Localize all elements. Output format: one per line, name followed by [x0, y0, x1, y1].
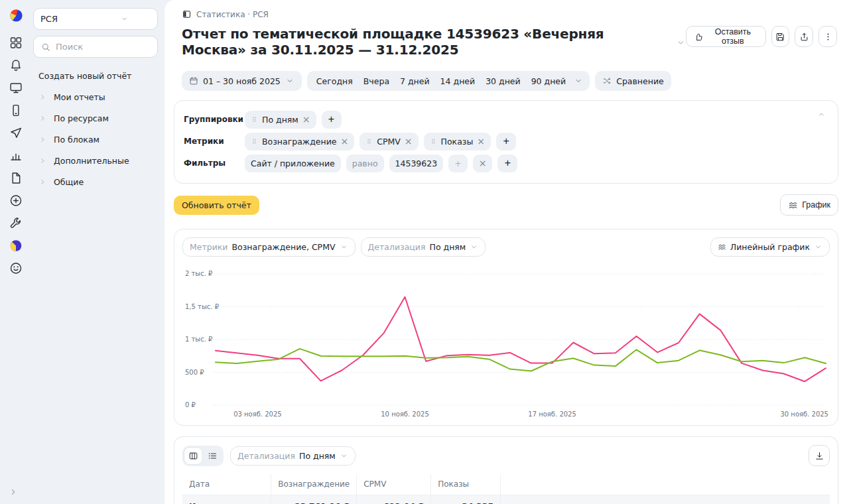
- add-filter-button[interactable]: +: [497, 155, 517, 172]
- sidebar-item[interactable]: Дополнительные: [33, 150, 158, 171]
- sidebar-collapse-button[interactable]: [8, 487, 19, 497]
- chevron-down-icon: [470, 243, 478, 251]
- sidebar: РСЯ Создать новый отчёт Мои отчетыПо рес…: [32, 0, 164, 504]
- chart-detail-select[interactable]: Детализация По дням: [361, 237, 486, 257]
- date-preset-button[interactable]: 7 дней: [395, 71, 435, 91]
- search-field[interactable]: [33, 36, 158, 58]
- desktop-icon[interactable]: [9, 81, 23, 95]
- x-axis-tick-label: 17 нояб. 2025: [528, 410, 576, 418]
- table-header-row: ДатаВознаграждениеCPMVПоказы: [182, 474, 830, 495]
- table-cell-empty: [501, 495, 830, 504]
- drag-handle-icon: [365, 137, 373, 145]
- date-preset-button[interactable]: 14 дней: [435, 71, 481, 91]
- remove-filter-button[interactable]: ×: [473, 155, 493, 172]
- filter-field-chip[interactable]: Сайт / приложение: [245, 155, 341, 172]
- table-column-header: Вознаграждение: [271, 474, 357, 495]
- apps-icon[interactable]: [9, 36, 23, 50]
- app-root: РСЯ Создать новый отчёт Мои отчетыПо рес…: [0, 0, 849, 504]
- chevron-down-icon: [285, 76, 294, 86]
- breadcrumb: Статистика · РСЯ: [182, 9, 838, 19]
- close-icon: ×: [479, 158, 487, 168]
- title-chevron-icon[interactable]: [676, 38, 686, 48]
- drag-handle-icon: [430, 137, 437, 145]
- sidebar-item-label: Мои отчеты: [54, 92, 105, 102]
- close-icon[interactable]: ×: [302, 115, 310, 124]
- add-grouping-button[interactable]: +: [322, 111, 342, 129]
- panel-collapse-button[interactable]: [817, 110, 827, 120]
- filter-value-chip[interactable]: 14539623: [389, 155, 444, 172]
- sidebar-toggle-icon[interactable]: [182, 9, 192, 19]
- close-icon[interactable]: ×: [340, 137, 348, 146]
- save-report-button[interactable]: [771, 26, 790, 47]
- chart-toggle-button[interactable]: График: [780, 194, 838, 216]
- chevron-right-icon: [38, 135, 47, 144]
- chart-metrics-select[interactable]: Метрики Вознаграждение, CPMV: [182, 237, 356, 257]
- date-preset-button[interactable]: 30 дней: [480, 71, 526, 91]
- table-total-row: Итого23 761,10 ₽692,04 ₽34 335: [182, 495, 830, 504]
- x-axis-tick-label: 03 нояб. 2025: [233, 410, 282, 418]
- list-view-button[interactable]: [204, 448, 222, 464]
- download-button[interactable]: [809, 445, 830, 466]
- chevron-right-icon: [38, 114, 47, 123]
- send-icon[interactable]: [9, 126, 23, 140]
- mobile-icon[interactable]: [9, 103, 23, 117]
- more-menu-button[interactable]: [818, 26, 837, 47]
- more-icon: [823, 32, 833, 42]
- search-input[interactable]: [56, 42, 151, 52]
- chevron-down-icon[interactable]: [574, 76, 583, 86]
- feedback-button[interactable]: Оставить отзыв: [686, 26, 766, 47]
- share-icon: [799, 32, 809, 42]
- date-preset-button[interactable]: 90 дней: [526, 71, 572, 91]
- sidebar-item[interactable]: По блокам: [33, 129, 158, 150]
- chip-label: Показы: [441, 137, 474, 147]
- table-view-button[interactable]: [184, 448, 202, 464]
- refresh-report-button[interactable]: Обновить отчёт: [174, 196, 259, 215]
- bar-chart-icon[interactable]: [9, 149, 23, 162]
- dimension-chip[interactable]: По дням×: [245, 111, 316, 129]
- sidebar-nav: Мои отчетыПо ресурсамПо блокамДополнител…: [33, 86, 158, 192]
- product-select[interactable]: РСЯ: [33, 8, 158, 30]
- document-icon[interactable]: [9, 171, 23, 185]
- compare-icon: [602, 76, 612, 86]
- table-column-header: Показы: [431, 474, 501, 495]
- sidebar-item[interactable]: По ресурсам: [33, 107, 158, 129]
- add-circle-icon[interactable]: [9, 194, 23, 208]
- table-detail-select[interactable]: Детализация По дням: [230, 446, 356, 466]
- dimension-chip[interactable]: Показы×: [424, 133, 491, 151]
- query-panel: Группировки По дням×+ Метрики Вознагражд…: [174, 100, 838, 184]
- chevron-right-icon: [38, 178, 47, 186]
- smiley-icon[interactable]: [9, 261, 23, 275]
- close-icon[interactable]: ×: [405, 137, 413, 146]
- thumbs-up-icon: [694, 32, 704, 42]
- chart-type-select[interactable]: Линейный график: [710, 237, 830, 257]
- date-range-select[interactable]: 01 – 30 нояб 2025: [182, 71, 302, 91]
- main-content: Статистика · РСЯ Отчет по тематической п…: [164, 0, 849, 504]
- create-report-link[interactable]: Создать новый отчёт: [38, 71, 158, 81]
- bell-icon[interactable]: [9, 58, 23, 72]
- sidebar-item[interactable]: Общие: [33, 171, 158, 192]
- wrench-icon[interactable]: [9, 216, 23, 230]
- dimension-chip[interactable]: CPMV×: [359, 133, 418, 151]
- drag-handle-icon: [251, 115, 258, 123]
- share-button[interactable]: [795, 26, 813, 47]
- filter-operator-chip[interactable]: равно: [346, 155, 384, 172]
- product-select-value: РСЯ: [40, 14, 94, 24]
- yandex-logo[interactable]: [9, 8, 24, 23]
- metrica-logo[interactable]: [9, 239, 23, 253]
- close-icon[interactable]: ×: [477, 137, 485, 146]
- x-axis-tick-label: 30 нояб. 2025: [780, 410, 828, 418]
- sidebar-item-label: По ресурсам: [54, 113, 109, 123]
- y-axis-tick-label: 1,5 тыс. ₽: [185, 303, 220, 310]
- add-filter-value-button[interactable]: +: [448, 155, 467, 172]
- add-metric-button[interactable]: +: [496, 133, 516, 151]
- date-preset-button[interactable]: Сегодня: [311, 71, 358, 91]
- sidebar-item[interactable]: Мои отчеты: [33, 86, 158, 107]
- date-presets: СегодняВчера7 дней14 дней30 дней90 дней: [307, 71, 590, 91]
- comparison-button[interactable]: Сравнение: [595, 71, 671, 91]
- chart-lines-icon: [788, 200, 798, 210]
- table-view-icon: [188, 451, 198, 461]
- sidebar-item-label: По блокам: [54, 135, 99, 145]
- date-preset-button[interactable]: Вчера: [358, 71, 395, 91]
- icon-rail: [0, 0, 32, 504]
- dimension-chip[interactable]: Вознаграждение×: [245, 133, 354, 151]
